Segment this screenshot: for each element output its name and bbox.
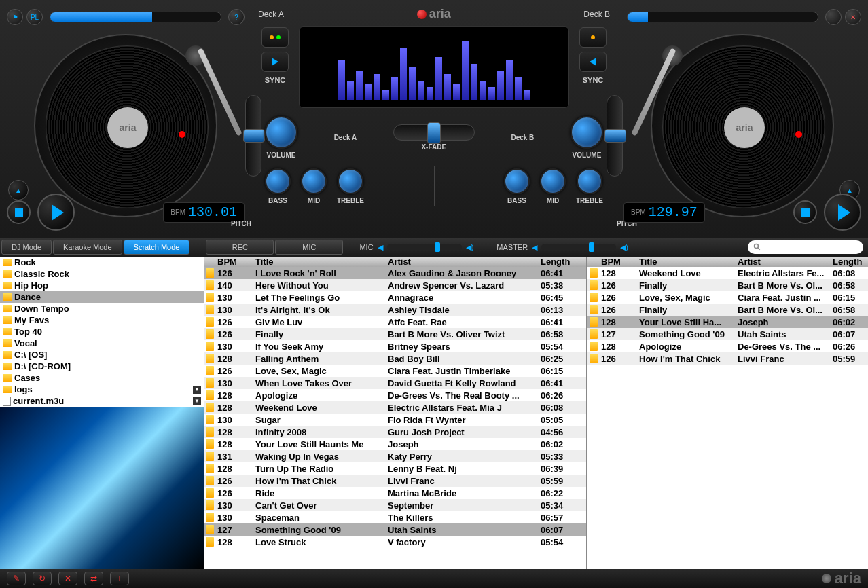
dj-mode-tab[interactable]: DJ Mode: [1, 240, 52, 255]
track-row[interactable]: 130Can't Get OverSeptember05:34: [204, 499, 586, 511]
deck-b-play-button[interactable]: [824, 194, 861, 231]
deck-a-sync-play-button[interactable]: [261, 52, 289, 72]
playlist-row[interactable]: 126FinallyBart B More Vs. Ol...06:58: [587, 279, 868, 291]
track-row[interactable]: 128Falling AnthemBad Boy Bill06:25: [204, 352, 586, 365]
deck-b-bass-knob[interactable]: [504, 168, 530, 194]
pl-col-header-artist[interactable]: Artist: [736, 257, 831, 267]
playlist-row[interactable]: 128ApologizeDe-Grees Vs. The ...06:26: [587, 340, 868, 352]
folder-item[interactable]: My Favs: [0, 314, 204, 326]
deck-a-help-button[interactable]: ?: [228, 9, 245, 25]
scratch-mode-tab[interactable]: Scratch Mode: [124, 240, 190, 255]
folder-item[interactable]: Vocal: [0, 337, 204, 349]
dropdown-icon[interactable]: ▼: [193, 397, 201, 405]
close-button[interactable]: ✕: [845, 9, 861, 25]
speaker-min-icon[interactable]: ◀: [532, 243, 537, 252]
footer-add-button[interactable]: +: [110, 572, 129, 585]
deck-b-volume-knob[interactable]: [571, 116, 603, 149]
music-icon: [206, 488, 214, 498]
folder-item[interactable]: Hip Hop: [0, 280, 204, 291]
folder-item[interactable]: Dance: [0, 291, 204, 303]
col-header-artist[interactable]: Artist: [386, 257, 539, 267]
playlist-row[interactable]: 126Love, Sex, MagicCiara Feat. Justin ..…: [587, 291, 868, 304]
footer-edit-button[interactable]: ✎: [7, 572, 26, 585]
playlist-row[interactable]: 128Your Love Still Ha...Joseph06:02: [587, 316, 868, 328]
deck-b-cue-button[interactable]: [579, 27, 607, 48]
folder-item[interactable]: Rock: [0, 257, 204, 268]
footer-shuffle-button[interactable]: ✕: [58, 572, 77, 585]
folder-item[interactable]: logs▼: [0, 384, 204, 395]
playlist-row[interactable]: 126How I'm That ChickLivvi Franc05:59: [587, 352, 868, 365]
track-row[interactable]: 140Here Without YouAndrew Spencer Vs. La…: [204, 279, 586, 291]
folder-item[interactable]: Cases: [0, 372, 204, 384]
track-row[interactable]: 128Your Love Still Haunts MeJoseph06:02: [204, 438, 586, 450]
deck-b-mid-knob[interactable]: [540, 168, 566, 194]
footer-repeat-button[interactable]: ⇄: [84, 572, 103, 585]
video-preview[interactable]: [0, 407, 204, 569]
master-volume-slider[interactable]: [541, 244, 616, 250]
col-header-title[interactable]: Title: [254, 257, 386, 267]
deck-b-stop-button[interactable]: [793, 200, 817, 224]
speaker-max-icon[interactable]: ◀): [466, 243, 474, 252]
deck-a-treble-knob[interactable]: [338, 168, 363, 194]
track-row[interactable]: 126Love, Sex, MagicCiara Feat. Justin Ti…: [204, 365, 586, 377]
track-row[interactable]: 130It's Alright, It's OkAshley Tisdale06…: [204, 304, 586, 316]
minimize-button[interactable]: —: [825, 9, 842, 25]
folder-item[interactable]: Down Tempo: [0, 303, 204, 314]
dropdown-icon[interactable]: ▼: [193, 386, 201, 394]
track-row[interactable]: 128Infinity 2008Guru Josh Project04:56: [204, 426, 586, 438]
folder-item[interactable]: Top 40: [0, 326, 204, 337]
search-input[interactable]: [748, 240, 863, 254]
track-row[interactable]: 126I Love Rock 'n' RollAlex Gaudino & Ja…: [204, 267, 586, 279]
speaker-min-icon[interactable]: ◀: [378, 243, 383, 252]
deck-a-play-button[interactable]: [37, 194, 75, 231]
playlist-row[interactable]: 126FinallyBart B More Vs. Ol...06:58: [587, 304, 868, 316]
mic-button[interactable]: MIC: [275, 240, 343, 255]
playlist-row[interactable]: 127Something Good '09Utah Saints06:07: [587, 328, 868, 340]
speaker-max-icon[interactable]: ◀): [620, 243, 628, 252]
footer-loop-button[interactable]: ↻: [33, 572, 52, 585]
track-row[interactable]: 131Waking Up In VegasKaty Perry05:33: [204, 450, 586, 462]
deck-a-turntable[interactable]: aria: [34, 34, 217, 217]
deck-a-flag-button[interactable]: ⚑: [7, 9, 23, 25]
deck-a-cue-button[interactable]: [261, 27, 289, 48]
deck-a-stop-button[interactable]: [7, 200, 31, 224]
folder-item[interactable]: Classic Rock: [0, 268, 204, 280]
playlist-file[interactable]: current.m3u▼: [0, 395, 204, 407]
track-row[interactable]: 128Turn Up The RadioLenny B Feat. Nj06:3…: [204, 462, 586, 475]
track-row[interactable]: 126FinallyBart B More Vs. Oliver Twizt06…: [204, 328, 586, 340]
pl-col-header-length[interactable]: Length: [831, 257, 865, 267]
track-row[interactable]: 130SugarFlo Rida Ft Wynter05:05: [204, 414, 586, 426]
col-header-bpm[interactable]: BPM: [216, 257, 254, 267]
deck-b-pitch-slider[interactable]: [607, 95, 623, 177]
deck-a-bass-knob[interactable]: [265, 168, 291, 194]
deck-b-sync-play-button[interactable]: [579, 52, 607, 72]
track-row[interactable]: 130SpacemanThe Killers06:57: [204, 511, 586, 523]
mic-volume-slider[interactable]: [387, 244, 462, 250]
deck-a-volume-knob[interactable]: [265, 116, 297, 149]
col-header-length[interactable]: Length: [539, 257, 573, 267]
playlist-row[interactable]: 128Weekend LoveElectric Allstars Fe...06…: [587, 267, 868, 279]
track-row[interactable]: 126How I'm That ChickLivvi Franc05:59: [204, 475, 586, 487]
track-row[interactable]: 130If You Seek AmyBritney Spears05:54: [204, 340, 586, 352]
deck-b-treble-knob[interactable]: [577, 168, 602, 194]
track-row[interactable]: 128Love StruckV factory05:54: [204, 536, 586, 548]
deck-a-progress[interactable]: [50, 12, 221, 22]
track-row[interactable]: 126RideMartina McBride06:22: [204, 487, 586, 499]
pl-col-header-title[interactable]: Title: [638, 257, 736, 267]
track-row[interactable]: 127Something Good '09Utah Saints06:07: [204, 523, 586, 536]
track-row[interactable]: 128Weekend LoveElectric Allstars Feat. M…: [204, 401, 586, 414]
track-row[interactable]: 126Giv Me LuvAtfc Feat. Rae06:41: [204, 316, 586, 328]
track-row[interactable]: 130When Love Takes OverDavid Guetta Ft K…: [204, 377, 586, 389]
folder-item[interactable]: C:\ [OS]: [0, 349, 204, 361]
rec-button[interactable]: REC: [206, 240, 274, 255]
pl-col-header-bpm[interactable]: BPM: [600, 257, 638, 267]
deck-b-turntable[interactable]: aria: [651, 34, 834, 217]
deck-a-mid-knob[interactable]: [301, 168, 327, 194]
track-row[interactable]: 130Let The Feelings GoAnnagrace06:45: [204, 291, 586, 304]
karaoke-mode-tab[interactable]: Karaoke Mode: [53, 240, 122, 255]
folder-item[interactable]: D:\ [CD-ROM]: [0, 361, 204, 372]
deck-a-pl-button[interactable]: PL: [26, 9, 43, 25]
crossfader[interactable]: [393, 124, 475, 141]
deck-b-progress[interactable]: [627, 12, 818, 22]
track-row[interactable]: 128ApologizeDe-Grees Vs. The Real Booty …: [204, 389, 586, 401]
